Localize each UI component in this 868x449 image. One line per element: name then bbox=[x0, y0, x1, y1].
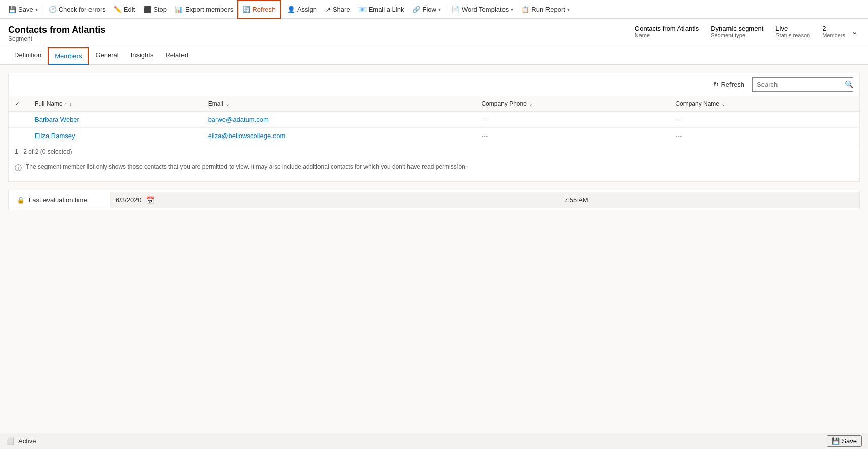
run-report-icon: 📋 bbox=[521, 6, 529, 13]
flow-chevron-icon: ▾ bbox=[438, 7, 441, 12]
check-errors-icon: 🕐 bbox=[49, 6, 57, 13]
share-icon: ↗ bbox=[325, 6, 331, 13]
info-note-text: The segment member list only shows those… bbox=[26, 163, 467, 170]
save-chevron-icon: ▾ bbox=[35, 7, 38, 12]
meta-members-label: Members bbox=[822, 32, 845, 38]
row2-company-phone: --- bbox=[475, 128, 669, 144]
tab-bar: Definition Members General Insights Rela… bbox=[0, 47, 868, 65]
row1-company-phone: --- bbox=[475, 112, 669, 128]
col-email[interactable]: Email ⌄ bbox=[202, 96, 476, 112]
table-row: Eliza Ramsey eliza@bellowscollege.com --… bbox=[9, 128, 859, 144]
flow-button[interactable]: 🔗 Flow ▾ bbox=[408, 0, 444, 19]
panel-toolbar: ↻ Refresh 🔍 bbox=[9, 73, 859, 96]
col-company-phone[interactable]: Company Phone ⌄ bbox=[475, 96, 669, 112]
row2-name-link[interactable]: Eliza Ramsey bbox=[35, 132, 75, 140]
flow-icon: 🔗 bbox=[412, 6, 420, 13]
collapse-button[interactable]: ⌄ bbox=[849, 25, 860, 38]
full-name-sort-asc-icon: ↑ bbox=[65, 101, 67, 107]
search-input[interactable] bbox=[757, 81, 842, 88]
tab-definition[interactable]: Definition bbox=[8, 47, 48, 65]
row2-company-name: --- bbox=[669, 128, 859, 144]
meta-name: Contacts from Atlantis Name bbox=[635, 25, 699, 38]
meta-status-value: Live bbox=[775, 25, 810, 32]
main-toolbar: 💾 Save ▾ 🕐 Check for errors ✏️ Edit ⬛ St… bbox=[0, 0, 868, 19]
word-templates-icon: 📄 bbox=[451, 6, 460, 13]
row1-check bbox=[9, 112, 29, 128]
save-button[interactable]: 💾 Save ▾ bbox=[4, 0, 42, 19]
full-name-sort-desc-icon: ↓ bbox=[69, 101, 72, 107]
col-company-name[interactable]: Company Name ⌄ bbox=[669, 96, 859, 112]
export-icon: 📊 bbox=[175, 6, 183, 13]
company-name-sort-icon: ⌄ bbox=[721, 101, 725, 107]
run-report-chevron-icon: ▾ bbox=[567, 7, 570, 12]
meta-name-value: Contacts from Atlantis bbox=[635, 25, 699, 32]
separator-2 bbox=[282, 4, 282, 14]
check-errors-button[interactable]: 🕐 Check for errors bbox=[44, 0, 110, 19]
members-table: ✓ Full Name ↑ ↓ Email ⌄ bbox=[9, 96, 859, 144]
row2-check bbox=[9, 128, 29, 144]
calendar-icon: 📅 bbox=[146, 196, 154, 204]
row1-company-name: --- bbox=[669, 112, 859, 128]
word-templates-chevron-icon: ▾ bbox=[511, 7, 513, 12]
email-sort-icon: ⌄ bbox=[225, 101, 230, 107]
assign-button[interactable]: 👤 Assign bbox=[283, 0, 321, 19]
email-link-button[interactable]: 📧 Email a Link bbox=[354, 0, 408, 19]
search-icon: 🔍 bbox=[845, 80, 853, 88]
eval-row: 🔒 Last evaluation time 6/3/2020 📅 7:55 A… bbox=[9, 190, 859, 210]
status-left: ⬜ Active bbox=[6, 437, 36, 445]
refresh-icon: 🔄 bbox=[242, 6, 250, 13]
eval-panel: 🔒 Last evaluation time 6/3/2020 📅 7:55 A… bbox=[8, 190, 860, 210]
row1-email: barwe@adatum.com bbox=[202, 112, 476, 128]
meta-segment-type-label: Segment type bbox=[711, 32, 763, 38]
members-panel: ↻ Refresh 🔍 ✓ Full Name ↑ bbox=[8, 73, 860, 182]
eval-label: 🔒 Last evaluation time bbox=[9, 190, 110, 210]
eval-date: 6/3/2020 📅 bbox=[110, 192, 556, 208]
assign-icon: 👤 bbox=[287, 6, 295, 13]
page-header-right: Contacts from Atlantis Name Dynamic segm… bbox=[635, 25, 860, 38]
row1-email-link[interactable]: barwe@adatum.com bbox=[208, 116, 269, 123]
table-row: Barbara Weber barwe@adatum.com --- --- bbox=[9, 112, 859, 128]
stop-button[interactable]: ⬛ Stop bbox=[139, 0, 171, 19]
page-subtitle: Segment bbox=[8, 35, 105, 42]
row1-name-link[interactable]: Barbara Weber bbox=[35, 116, 79, 123]
status-icon: ⬜ bbox=[6, 437, 14, 445]
status-save-button[interactable]: 💾 Save bbox=[827, 435, 862, 447]
status-text: Active bbox=[18, 437, 36, 445]
records-count: 1 - 2 of 2 (0 selected) bbox=[9, 144, 859, 159]
meta-name-label: Name bbox=[635, 32, 699, 38]
run-report-button[interactable]: 📋 Run Report ▾ bbox=[517, 0, 573, 19]
info-note: ⓘ The segment member list only shows tho… bbox=[9, 159, 859, 181]
page-title: Contacts from Atlantis bbox=[8, 25, 105, 35]
tab-general[interactable]: General bbox=[89, 47, 124, 65]
tab-members[interactable]: Members bbox=[48, 47, 89, 65]
eval-time: 7:55 AM bbox=[556, 192, 859, 208]
export-button[interactable]: 📊 Export members bbox=[171, 0, 237, 19]
save-icon: 💾 bbox=[8, 6, 16, 13]
col-full-name[interactable]: Full Name ↑ ↓ bbox=[29, 96, 202, 112]
edit-icon: ✏️ bbox=[114, 6, 122, 13]
word-templates-button[interactable]: 📄 Word Templates ▾ bbox=[447, 0, 517, 19]
tab-insights[interactable]: Insights bbox=[125, 47, 160, 65]
edit-button[interactable]: ✏️ Edit bbox=[110, 0, 139, 19]
meta-segment-type: Dynamic segment Segment type bbox=[711, 25, 763, 38]
stop-icon: ⬛ bbox=[143, 6, 151, 13]
separator-3 bbox=[446, 4, 446, 14]
company-phone-sort-icon: ⌄ bbox=[529, 101, 533, 107]
page-header: Contacts from Atlantis Segment Contacts … bbox=[0, 19, 868, 47]
meta-status: Live Status reason bbox=[775, 25, 810, 38]
meta-members: 2 Members bbox=[822, 25, 845, 38]
main-content: ↻ Refresh 🔍 ✓ Full Name ↑ bbox=[0, 65, 868, 433]
col-check: ✓ bbox=[9, 96, 29, 112]
panel-refresh-button[interactable]: ↻ Refresh bbox=[709, 79, 748, 91]
search-box: 🔍 bbox=[752, 77, 853, 92]
lock-icon: 🔒 bbox=[17, 196, 25, 204]
panel-refresh-icon: ↻ bbox=[713, 81, 719, 88]
row2-email: eliza@bellowscollege.com bbox=[202, 128, 476, 144]
meta-segment-type-value: Dynamic segment bbox=[711, 25, 763, 32]
row1-full-name: Barbara Weber bbox=[29, 112, 202, 128]
row2-email-link[interactable]: eliza@bellowscollege.com bbox=[208, 132, 286, 140]
share-button[interactable]: ↗ Share bbox=[321, 0, 354, 19]
refresh-button[interactable]: 🔄 Refresh bbox=[237, 0, 281, 19]
tab-related[interactable]: Related bbox=[159, 47, 194, 65]
status-save-icon: 💾 bbox=[832, 437, 840, 445]
